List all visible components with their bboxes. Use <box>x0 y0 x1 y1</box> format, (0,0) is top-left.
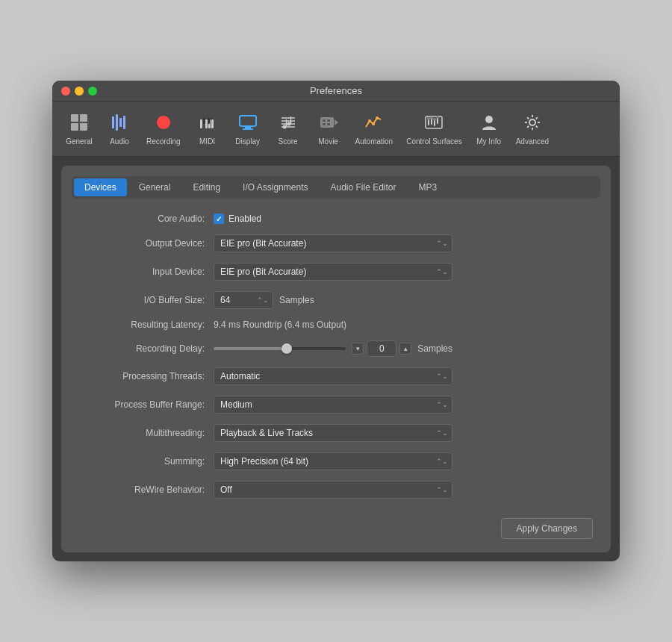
process-buffer-row: Process Buffer Range: SmallMediumLarge <box>79 396 593 414</box>
toolbar-item-control-surfaces[interactable]: Control Surfaces <box>400 107 467 149</box>
apply-changes-button[interactable]: Apply Changes <box>501 518 593 539</box>
score-icon <box>276 110 300 134</box>
footer-row: Apply Changes <box>72 512 600 542</box>
automation-label: Automation <box>355 137 393 146</box>
svg-rect-9 <box>200 119 202 128</box>
svg-rect-38 <box>431 119 432 125</box>
tab-io-assignments[interactable]: I/O Assignments <box>232 178 318 196</box>
core-audio-checkbox[interactable] <box>214 214 224 224</box>
titlebar: Preferences <box>52 81 620 102</box>
toolbar-item-general[interactable]: General <box>60 107 99 149</box>
recording-delay-value: 0 <box>367 340 396 357</box>
svg-point-42 <box>430 116 433 119</box>
svg-rect-18 <box>243 128 253 130</box>
maximize-button[interactable] <box>88 87 97 96</box>
processing-threads-control: Automatic1248 <box>214 367 452 385</box>
multithreading-select[interactable]: Playback & Live TracksPlayback Tracks On… <box>214 424 452 442</box>
svg-line-51 <box>527 117 529 119</box>
toolbar-item-score[interactable]: Score <box>269 107 308 149</box>
stepper-down-button[interactable]: ▾ <box>352 343 364 355</box>
tab-general[interactable]: General <box>128 178 181 196</box>
core-audio-checkbox-label: Enabled <box>228 214 261 224</box>
rewire-control: OffOn <box>214 481 452 499</box>
processing-threads-row: Processing Threads: Automatic1248 <box>79 367 593 385</box>
movie-label: Movie <box>318 137 338 146</box>
toolbar-item-recording[interactable]: Recording <box>140 107 187 149</box>
svg-rect-10 <box>203 118 205 124</box>
display-icon <box>236 110 260 134</box>
svg-rect-30 <box>327 119 330 122</box>
buffer-size-unit: Samples <box>279 295 314 305</box>
input-device-label: Input Device: <box>79 267 214 277</box>
traffic-lights <box>61 87 97 96</box>
tab-mp3[interactable]: MP3 <box>408 178 448 196</box>
output-device-label: Output Device: <box>79 238 214 249</box>
toolbar-item-audio[interactable]: Audio <box>100 107 139 149</box>
recording-icon <box>152 110 175 134</box>
recording-delay-slider-track[interactable] <box>214 347 346 350</box>
svg-rect-37 <box>428 119 429 125</box>
processing-threads-select[interactable]: Automatic1248 <box>214 367 452 385</box>
recording-delay-unit: Samples <box>417 343 452 354</box>
input-device-select[interactable]: EIE pro (Bit Accurate)Built-in InputOthe… <box>214 263 452 281</box>
automation-icon <box>362 110 386 134</box>
svg-point-34 <box>372 122 375 125</box>
output-device-select[interactable]: EIE pro (Bit Accurate)Built-in OutputOth… <box>214 234 452 252</box>
midi-icon <box>196 110 220 134</box>
svg-point-45 <box>485 116 493 123</box>
minimize-button[interactable] <box>75 87 84 96</box>
preferences-window: Preferences General <box>52 81 620 561</box>
output-device-control: EIE pro (Bit Accurate)Built-in OutputOth… <box>214 234 452 252</box>
svg-point-41 <box>427 117 430 120</box>
form-section: Core Audio: Enabled Output Device: EIE p… <box>72 211 600 512</box>
display-label: Display <box>235 137 260 146</box>
svg-rect-4 <box>112 116 114 128</box>
tab-devices[interactable]: Devices <box>74 178 127 196</box>
process-buffer-select[interactable]: SmallMediumLarge <box>214 396 452 414</box>
toolbar-item-automation[interactable]: Automation <box>349 107 399 149</box>
general-label: General <box>66 137 93 146</box>
toolbar-item-advanced[interactable]: Advanced <box>510 107 555 149</box>
general-icon <box>67 110 91 134</box>
slider-fill <box>214 347 287 350</box>
toolbar-item-midi[interactable]: MIDI <box>188 107 227 149</box>
svg-rect-40 <box>437 118 438 124</box>
toolbar-item-display[interactable]: Display <box>228 107 267 149</box>
tab-audio-file-editor[interactable]: Audio File Editor <box>320 178 406 196</box>
my-info-label: My Info <box>476 137 501 146</box>
svg-rect-29 <box>323 119 326 122</box>
buffer-size-row: I/O Buffer Size: 64 128 256 512 Samples <box>79 291 593 309</box>
svg-rect-2 <box>71 123 78 131</box>
summing-select[interactable]: High Precision (64 bit)Normal <box>214 452 452 470</box>
svg-rect-6 <box>119 118 122 127</box>
movie-icon <box>317 110 340 134</box>
stepper-up-button[interactable]: ▴ <box>399 343 411 355</box>
toolbar-item-movie[interactable]: Movie <box>309 107 348 149</box>
rewire-select[interactable]: OffOn <box>214 481 452 499</box>
buffer-size-select[interactable]: 64 128 256 512 <box>214 291 273 309</box>
svg-rect-0 <box>71 114 78 122</box>
tab-editing[interactable]: Editing <box>182 178 231 196</box>
control-surfaces-label: Control Surfaces <box>406 137 461 146</box>
core-audio-control: Enabled <box>214 214 452 224</box>
recording-delay-control: ▾ 0 ▴ Samples <box>214 340 452 357</box>
svg-marker-28 <box>335 119 338 125</box>
midi-label: MIDI <box>199 137 215 146</box>
svg-rect-13 <box>208 118 210 124</box>
latency-value: 9.4 ms Roundtrip (6.4 ms Output) <box>214 320 346 330</box>
svg-point-44 <box>436 116 439 119</box>
slider-thumb[interactable] <box>281 343 292 354</box>
buffer-size-label: I/O Buffer Size: <box>79 295 214 305</box>
svg-rect-27 <box>320 117 334 128</box>
svg-point-35 <box>376 116 379 119</box>
svg-rect-3 <box>80 123 87 131</box>
rewire-label: ReWire Behavior: <box>79 484 214 495</box>
input-device-control: EIE pro (Bit Accurate)Built-in InputOthe… <box>214 263 452 281</box>
svg-rect-1 <box>80 114 87 122</box>
svg-line-53 <box>536 117 538 119</box>
toolbar-item-my-info[interactable]: My Info <box>470 107 508 149</box>
close-button[interactable] <box>61 87 70 96</box>
summing-row: Summing: High Precision (64 bit)Normal <box>79 452 593 470</box>
process-buffer-label: Process Buffer Range: <box>79 399 214 410</box>
summing-label: Summing: <box>79 456 214 467</box>
